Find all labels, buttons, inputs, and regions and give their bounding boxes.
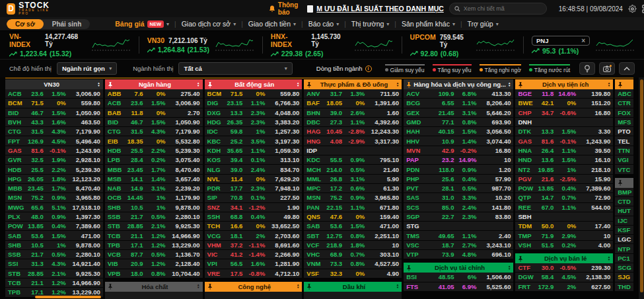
stock-row[interactable]: HNA26.41.1%39.50 (515, 146, 613, 155)
stock-row[interactable]: HAH40.151.5%3,056.50 (404, 127, 513, 136)
stock-row[interactable]: ANV31.71.3%711.50 (304, 89, 402, 98)
stock-row[interactable]: BAB11.80%2.70 (105, 108, 203, 117)
stock-row[interactable]: TMS49.651.1%2.40 (404, 231, 513, 239)
stock-row[interactable]: HNG4.08-2.9%3,317.30 (304, 136, 402, 145)
stock-row[interactable]: SJG13.90%40 (615, 273, 633, 281)
stock-row[interactable]: KOS39.40.1%313.10 (205, 155, 303, 164)
stock-row[interactable]: FOX89.73.7%55.80 (615, 108, 633, 117)
stock-row[interactable]: IDP (304, 146, 402, 155)
stock-row[interactable]: SHB10.51%9,878.00 (105, 203, 203, 212)
nav-item-2[interactable]: Giao dịch cơ sở▾ (182, 20, 236, 28)
stock-row[interactable]: VCG18.12%2,703.60 (205, 231, 303, 239)
stock-row[interactable]: TCH16.60%33,652.50 (205, 222, 303, 230)
stock-row[interactable]: PGV21.6-2.5%15.90 (515, 175, 613, 183)
pin-icon[interactable] (207, 81, 213, 88)
stock-row[interactable]: MVN42.9-0.2%16.80 (404, 146, 513, 155)
stock-row[interactable]: CTG31.54.3%7,179.90 (5, 127, 103, 136)
stock-row[interactable]: DGW58.44.5%2,138.30 (515, 273, 613, 281)
stock-row[interactable]: MBB23.451.7%8,470.40 (105, 165, 203, 173)
watch-symbol-block[interactable]: PNJ × 95.3 (1.1%) (532, 36, 590, 55)
sector-header[interactable]: Dịch vụ tài chính▲▼ (404, 263, 513, 273)
stock-row[interactable]: VSH51.50.2%4.00 (515, 241, 613, 249)
nav-item-7[interactable]: Trợ giúp▾ (468, 20, 499, 28)
stock-row[interactable]: POW13.850.4%7,389.60 (5, 222, 103, 230)
stock-row[interactable]: DIG23.151.1%6,766.30 (205, 99, 303, 107)
index-block-vn-index[interactable]: VN-INDEX14,277.468 Tỷ1,223.64(15.32) (9, 32, 131, 58)
stock-row[interactable]: ABC12.10.8%19.30 (615, 89, 633, 98)
stock-row[interactable]: IJC13.952.2%1,602.00 (615, 216, 633, 225)
stock-row[interactable]: VTC8.71.2%1.50 (615, 165, 633, 173)
stock-row[interactable]: KDH35.651.1%1,059.30 (205, 146, 303, 155)
stock-row[interactable]: VTP73.94.8%696.10 (404, 250, 513, 259)
stock-row[interactable]: VHM37.2-1.1%8,691.60 (205, 241, 303, 249)
stock-row[interactable]: SSI31.34.3%14,921.40 (5, 259, 103, 268)
stock-row[interactable]: VGI63.32.6%1,449.40 (615, 155, 633, 164)
stock-row[interactable]: TCB21.11.2%14,966.90 (5, 278, 103, 287)
sort-icon[interactable]: ▲▼ (608, 256, 610, 261)
screenshot-button[interactable] (599, 62, 615, 75)
brand-logo[interactable]: D STOCK TRADE LIKE PRO (7, 2, 52, 15)
stock-row[interactable]: BAF18.050%1,391.60 (304, 99, 402, 107)
sort-icon[interactable]: ▲▼ (297, 82, 299, 87)
stock-row[interactable]: KSF40.90.5%19.10 (615, 226, 633, 234)
stock-row[interactable]: BCM71.50%559.80 (5, 99, 103, 107)
sector-header[interactable]: Dịch vụ tiện ích▲▼ (515, 79, 613, 89)
close-icon[interactable]: × (581, 37, 585, 44)
index-block-hnx-index[interactable]: HNX-INDEX1,145.730 Tỷ229.38(2.65) (271, 32, 394, 58)
stock-row[interactable]: BID46.71.5%1,050.90 (5, 108, 103, 117)
stock-row[interactable]: SAS31.03.3%10.20 (404, 193, 513, 202)
index-block-upcom[interactable]: UPCOM759.545 Tỷ92.80(0.68) (410, 33, 515, 58)
stock-row[interactable]: HAG10.45-2.8%12,243.30 (304, 127, 402, 136)
stock-row[interactable]: DBC27.31.1%4,392.60 (304, 118, 402, 126)
stock-row[interactable]: POW13.850.4%7,389.60 (515, 184, 613, 192)
stock-row[interactable]: CTG31.54.3%7,179.90 (105, 127, 203, 136)
stock-row[interactable]: PDR17.72.3%7,948.10 (205, 184, 303, 192)
stock-row[interactable]: QNS47.60%159.40 (304, 212, 402, 221)
sector-header[interactable]: Bất động sản▲▼ (205, 79, 303, 89)
stock-row[interactable]: TCB21.11.2%14,966.90 (105, 231, 203, 239)
sort-icon[interactable]: ▲▼ (608, 82, 610, 87)
pin-icon[interactable] (108, 81, 113, 88)
sector-header[interactable]: Viễn thông▲▼ (615, 79, 633, 89)
stock-row[interactable]: MPC17.20.6%61.30 (304, 184, 402, 192)
stock-row[interactable]: BMP93.70.9%77.30 (615, 188, 633, 196)
stock-row[interactable]: SSB21.70.5%2,280.10 (5, 250, 103, 259)
stock-row[interactable]: PVT28.10.5%987.70 (404, 184, 513, 192)
stock-row[interactable]: SIP70.80.1%227.50 (205, 193, 303, 202)
stock-row[interactable]: HDB25.52.2%5,239.30 (5, 165, 103, 173)
stock-row[interactable]: PDN118.00.9%1.20 (404, 165, 513, 173)
stock-row[interactable]: TEL (615, 136, 633, 145)
nav-item-5[interactable]: Thị trường▾ (351, 20, 390, 28)
stock-row[interactable]: PLX48.00.9%1,397.30 (5, 212, 103, 221)
stock-row[interactable]: VCF218.91.8%10 (304, 241, 402, 249)
stock-row[interactable]: MSB14.11.4%3,657.40 (105, 175, 203, 183)
stock-row[interactable]: BWE42.10%151.20 (515, 99, 613, 107)
pin-icon[interactable] (406, 81, 411, 88)
stock-row[interactable]: REE67.01.1%544.00 (515, 203, 613, 212)
pin-icon[interactable] (306, 283, 312, 290)
collapse-button[interactable] (619, 62, 635, 75)
stock-row[interactable]: GAS81.6-0.1%1,243.90 (5, 146, 103, 155)
stock-row[interactable]: TDM50.00%17.40 (515, 222, 613, 230)
search-input[interactable] (464, 5, 542, 12)
stock-row[interactable]: SNZ34.1-1.2%1.90 (205, 203, 303, 212)
stock-row[interactable]: BID46.71.5%1,050.90 (105, 118, 203, 126)
stock-row[interactable]: NLG39.02.4%834.70 (205, 165, 303, 173)
pin-icon[interactable] (306, 81, 312, 88)
pin-icon[interactable] (406, 265, 411, 271)
stock-row[interactable]: STB28.852.1%9,925.30 (5, 269, 103, 278)
sort-icon[interactable]: ▲▼ (197, 284, 199, 289)
sort-icon[interactable]: ▲▼ (97, 82, 100, 87)
sort-icon[interactable]: ▲▼ (297, 284, 299, 289)
stock-row[interactable]: FTS41.056.9%5,525.60 (404, 282, 513, 291)
stock-row[interactable] (205, 292, 303, 299)
stock-row[interactable]: SGP22.72.3%83.80 (404, 212, 513, 221)
stock-row[interactable]: GMD77.10.8%693.90 (404, 118, 513, 126)
stock-row[interactable]: NT219.851%218.10 (515, 165, 613, 173)
stock-row[interactable]: HUT16.91.8%899.70 (615, 206, 633, 215)
stock-row[interactable]: VRE17.5-0.8%4,712.10 (205, 269, 303, 278)
stock-row[interactable]: VIB20.91.2%2,128.40 (105, 259, 203, 268)
stock-row[interactable]: SHB10.51%9,878.00 (5, 241, 103, 249)
stock-row[interactable]: QTP14.70.7%72.90 (515, 193, 613, 202)
stock-row[interactable]: GVR32.51.9%2,928.10 (5, 155, 103, 164)
